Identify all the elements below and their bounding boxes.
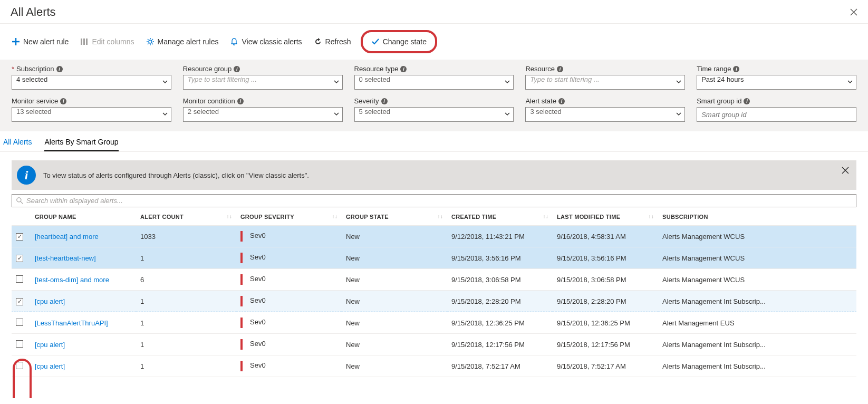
state-cell: New: [342, 355, 447, 377]
close-icon[interactable]: [850, 8, 857, 16]
subscription-cell: Alerts Management WCUS: [658, 269, 856, 291]
severity-bar-icon: [240, 231, 243, 242]
monitor-service-dropdown[interactable]: 13 selected: [12, 107, 171, 122]
group-name-link[interactable]: [cpu alert]: [35, 341, 65, 349]
group-name-link[interactable]: [heartbeat] and more: [35, 233, 99, 241]
severity-bar-icon: [240, 339, 243, 350]
row-checkbox[interactable]: [16, 319, 23, 326]
table-row[interactable]: [cpu alert]1Sev0New9/15/2018, 7:52:17 AM…: [12, 355, 856, 377]
group-name-link[interactable]: [cpu alert]: [35, 297, 65, 305]
info-icon[interactable]: i: [558, 98, 565, 104]
info-icon[interactable]: i: [237, 98, 244, 104]
severity-bar-icon: [240, 318, 243, 328]
group-name-link[interactable]: [test-oms-dim] and more: [35, 276, 109, 284]
search-input[interactable]: Search within displayed alerts...: [12, 194, 856, 207]
monitor-condition-dropdown[interactable]: 2 selected: [183, 107, 343, 122]
row-checkbox[interactable]: ✓: [16, 298, 23, 305]
row-checkbox[interactable]: [16, 340, 23, 348]
info-icon[interactable]: i: [56, 66, 63, 72]
chevron-down-icon: [504, 111, 510, 117]
row-checkbox[interactable]: [16, 275, 23, 283]
chevron-down-icon: [676, 111, 682, 117]
row-checkbox[interactable]: [16, 362, 23, 369]
severity-cell: Sev0: [236, 334, 342, 355]
toolbar: New alert rule Edit columns Manage alert…: [0, 24, 868, 60]
subscription-cell: Alerts Management Int Subscrip...: [658, 355, 856, 377]
change-state-label: Change state: [383, 37, 427, 46]
filter-smart-group-id: Smart group idi: [697, 97, 856, 122]
created-cell: 9/12/2018, 11:43:21 PM: [447, 226, 553, 247]
alerts-table: GROUP NAME ALERT COUNT↑↓ GROUP SEVERITY↑…: [12, 207, 856, 377]
manage-alert-rules-button[interactable]: Manage alert rules: [146, 37, 219, 46]
row-checkbox[interactable]: ✓: [16, 233, 23, 241]
col-created-time[interactable]: CREATED TIME↑↓: [447, 207, 553, 226]
refresh-icon: [314, 37, 322, 46]
change-state-button[interactable]: Change state: [371, 37, 427, 46]
chevron-down-icon: [676, 79, 682, 85]
state-cell: New: [342, 291, 447, 312]
group-name-link[interactable]: [cpu alert]: [35, 362, 65, 370]
svg-rect-2: [86, 39, 88, 45]
view-classic-alerts-button[interactable]: View classic alerts: [230, 37, 302, 46]
info-icon[interactable]: i: [381, 98, 388, 104]
time-range-dropdown[interactable]: Past 24 hours: [697, 75, 856, 90]
alert-count-cell: 1: [136, 291, 236, 312]
group-name-link[interactable]: [test-heartbeat-new]: [35, 254, 96, 262]
table-row[interactable]: ✓[cpu alert]1Sev0New9/15/2018, 2:28:20 P…: [12, 291, 856, 312]
table-row[interactable]: ✓[heartbeat] and more1033Sev0New9/12/201…: [12, 226, 856, 247]
new-alert-rule-label: New alert rule: [23, 37, 69, 46]
created-cell: 9/15/2018, 3:06:58 PM: [447, 269, 553, 291]
info-icon[interactable]: i: [400, 66, 407, 72]
refresh-button[interactable]: Refresh: [314, 37, 351, 46]
banner-text: To view status of alerts configured thro…: [43, 171, 309, 179]
col-alert-count[interactable]: ALERT COUNT↑↓: [136, 207, 236, 226]
table-row[interactable]: ✓[test-heartbeat-new]1Sev0New9/15/2018, …: [12, 247, 856, 269]
new-alert-rule-button[interactable]: New alert rule: [12, 37, 69, 46]
tabs: All Alerts Alerts By Smart Group: [0, 131, 868, 152]
info-icon[interactable]: i: [60, 98, 66, 104]
info-icon[interactable]: i: [557, 66, 563, 72]
table-row[interactable]: [LessThanAlertThruAPI]1Sev0New9/15/2018,…: [12, 312, 856, 334]
filter-monitor-service: Monitor servicei 13 selected: [12, 97, 171, 122]
refresh-label: Refresh: [325, 37, 351, 46]
info-icon[interactable]: i: [733, 66, 739, 72]
table-row[interactable]: [cpu alert]1Sev0New9/15/2018, 12:17:56 P…: [12, 334, 856, 355]
info-banner: i To view status of alerts configured th…: [12, 160, 856, 190]
col-group-state[interactable]: GROUP STATE↑↓: [342, 207, 447, 226]
filter-resource: Resourcei Type to start filtering ...: [525, 65, 685, 90]
resource-dropdown[interactable]: Type to start filtering ...: [525, 75, 685, 90]
table-row[interactable]: [test-oms-dim] and more6Sev0New9/15/2018…: [12, 269, 856, 291]
severity-bar-icon: [240, 361, 243, 371]
subscription-dropdown[interactable]: 4 selected: [12, 75, 171, 90]
tab-alerts-by-smart-group[interactable]: Alerts By Smart Group: [44, 138, 118, 151]
alert-state-dropdown[interactable]: 3 selected: [525, 107, 685, 122]
resource-type-dropdown[interactable]: 0 selected: [354, 75, 514, 90]
svg-rect-1: [83, 39, 85, 45]
edit-columns-button[interactable]: Edit columns: [80, 37, 134, 46]
row-checkbox[interactable]: ✓: [16, 255, 23, 262]
group-name-link[interactable]: [LessThanAlertThruAPI]: [35, 319, 108, 327]
tab-all-alerts[interactable]: All Alerts: [3, 138, 32, 151]
severity-cell: Sev0: [236, 291, 342, 312]
severity-dropdown[interactable]: 5 selected: [354, 107, 514, 122]
smart-group-id-input[interactable]: [697, 107, 856, 122]
col-group-name[interactable]: GROUP NAME: [31, 207, 136, 226]
filter-resource-type: Resource typei 0 selected: [354, 65, 514, 90]
check-icon: [371, 37, 380, 46]
chevron-down-icon: [162, 111, 168, 117]
info-icon[interactable]: i: [234, 66, 240, 72]
resource-group-dropdown[interactable]: Type to start filtering ...: [183, 75, 343, 90]
info-icon[interactable]: i: [744, 98, 750, 104]
modified-cell: 9/15/2018, 3:06:58 PM: [553, 269, 658, 291]
severity-bar-icon: [240, 274, 243, 285]
created-cell: 9/15/2018, 2:28:20 PM: [447, 291, 553, 312]
col-subscription[interactable]: SUBSCRIPTION: [658, 207, 856, 226]
change-state-highlight: Change state: [361, 30, 437, 53]
modified-cell: 9/15/2018, 2:28:20 PM: [553, 291, 658, 312]
alert-count-cell: 6: [136, 269, 236, 291]
chevron-down-icon: [162, 79, 168, 85]
col-last-modified[interactable]: LAST MODIFIED TIME↑↓: [553, 207, 658, 226]
close-icon[interactable]: [842, 167, 849, 174]
state-cell: New: [342, 312, 447, 334]
col-group-severity[interactable]: GROUP SEVERITY↑↓: [236, 207, 342, 226]
